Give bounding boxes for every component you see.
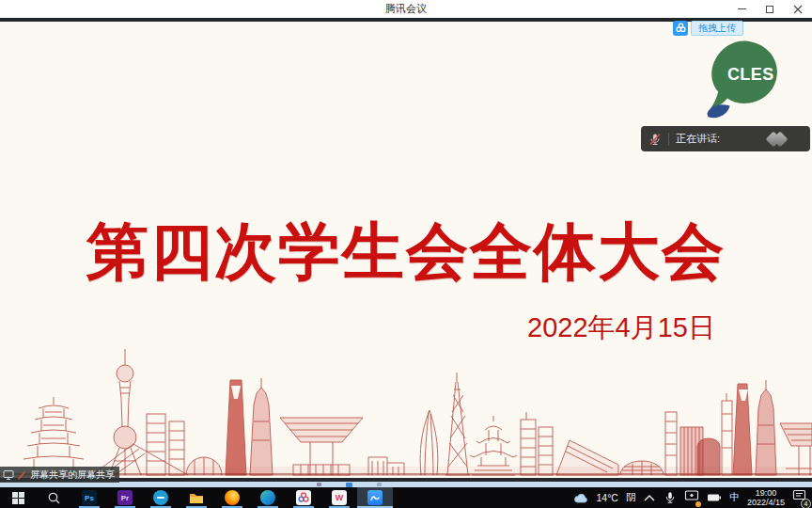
premiere-icon: Pr xyxy=(117,490,133,505)
cloud-trefoil-icon xyxy=(673,21,688,36)
clock-date: 2022/4/15 xyxy=(747,498,785,507)
tray-microphone-icon[interactable] xyxy=(664,491,677,504)
monitor-icon xyxy=(3,469,14,481)
start-button[interactable] xyxy=(0,487,36,508)
minimize-button[interactable] xyxy=(727,0,756,18)
taskbar-app-file-explorer[interactable] xyxy=(179,487,214,508)
clock[interactable]: 19:00 2022/4/15 xyxy=(747,488,785,507)
taskbar-app-photoshop[interactable]: Ps xyxy=(71,487,107,508)
slide-title: 第四次学生会全体大会 xyxy=(0,210,812,294)
divider xyxy=(668,133,669,146)
weather-temperature[interactable]: 14°C xyxy=(596,492,617,503)
photoshop-icon: Ps xyxy=(82,490,97,505)
hidden-icons-chevron-icon[interactable] xyxy=(643,493,656,502)
cles-logo: CLES xyxy=(699,38,788,119)
window-titlebar: 腾讯会议 xyxy=(0,0,812,18)
blue-circle-app-icon xyxy=(153,490,168,505)
window-controls xyxy=(727,0,812,18)
maximize-button[interactable] xyxy=(756,0,784,18)
upload-button-label: 拖拽上传 xyxy=(691,21,743,36)
share-banner-text: 屏幕共享的屏幕共享 xyxy=(30,468,115,482)
close-icon xyxy=(793,5,803,14)
pen-icon xyxy=(17,469,27,481)
search-icon xyxy=(47,491,61,505)
weather-cloud-icon xyxy=(573,492,588,503)
speaker-name-blurred xyxy=(768,134,786,145)
taskbar-search-button[interactable] xyxy=(36,487,71,508)
drag-upload-button[interactable]: 拖拽上传 xyxy=(673,20,743,36)
taskbar-app-edge[interactable] xyxy=(250,487,286,508)
speaking-indicator-bar: 正在讲话: xyxy=(641,126,810,151)
shared-slide: 第四次学生会全体大会 2022年4月15日 xyxy=(0,22,812,478)
weather-condition[interactable]: 阴 xyxy=(626,491,636,504)
taskbar-app-wps[interactable]: W xyxy=(321,487,357,508)
windows-logo-icon xyxy=(11,491,25,505)
tencent-meeting-icon xyxy=(367,490,383,505)
clock-time: 19:00 xyxy=(756,488,777,498)
taskbar-app-tencent-meeting[interactable] xyxy=(357,487,393,508)
close-button[interactable] xyxy=(784,0,812,18)
system-tray: 14°C 阴 中 19:00 2022/4/15 xyxy=(573,487,812,508)
edge-icon xyxy=(260,490,275,505)
maximize-icon xyxy=(766,6,773,13)
slide-date: 2022年4月15日 xyxy=(523,310,720,347)
speaking-label: 正在讲话: xyxy=(676,132,720,146)
wps-icon: W xyxy=(332,490,347,505)
action-center-button[interactable]: 4 xyxy=(792,489,806,506)
file-explorer-icon xyxy=(189,491,204,504)
notification-badge: 4 xyxy=(801,499,811,508)
tray-screenshare-icon[interactable] xyxy=(684,489,699,506)
screen-share-banner: 屏幕共享的屏幕共享 xyxy=(0,467,119,483)
taskbar-apps: Ps Pr xyxy=(0,487,393,508)
battery-icon[interactable] xyxy=(707,491,722,504)
taskbar: Ps Pr xyxy=(0,487,812,508)
firefox-icon xyxy=(225,490,240,505)
taskbar-app-firefox[interactable] xyxy=(214,487,250,508)
strip-mark xyxy=(377,483,382,486)
city-skyline-illustration xyxy=(0,346,812,478)
notification-dot xyxy=(695,501,701,507)
taskbar-app-premiere[interactable]: Pr xyxy=(107,487,143,508)
logo-leaf-shape xyxy=(707,104,729,118)
window-title: 腾讯会议 xyxy=(385,2,427,16)
taskbar-app-tencent-cloud[interactable] xyxy=(286,487,321,508)
trefoil-app-icon xyxy=(296,490,311,505)
muted-mic-icon xyxy=(648,133,662,146)
cles-logo-text: CLES xyxy=(727,65,774,84)
taskbar-app-blue-circle[interactable] xyxy=(143,487,179,508)
strip-mark xyxy=(317,483,321,486)
ime-indicator[interactable]: 中 xyxy=(729,491,740,504)
minimize-icon xyxy=(738,8,746,10)
